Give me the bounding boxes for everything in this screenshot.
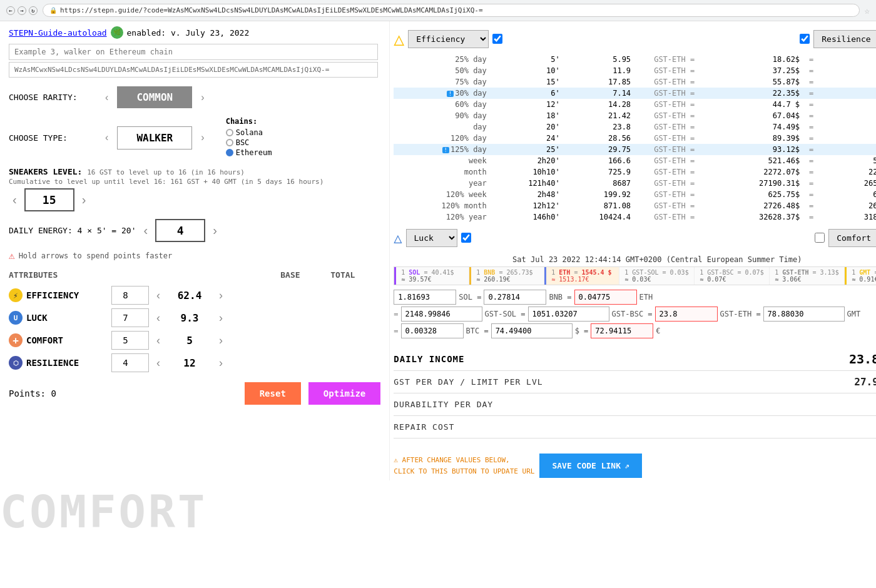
ticker-gst-bsc: 1 GST-BSC = 0.07$ ≈ 0.07€ [695, 267, 770, 285]
gst-per-day-row: GST PER DAY / LIMIT PER LVL 27.96 / 110 [394, 376, 876, 388]
ticker-sol: 1 SOL = 40.41$ ≈ 39.57€ [394, 267, 469, 285]
bookmark-icon[interactable]: ☆ [865, 6, 870, 16]
rarity-section: CHOOSE RARITY: ‹ COMMON › [9, 86, 380, 108]
reset-button[interactable]: Reset [245, 382, 301, 405]
eth-label: ETH [639, 293, 653, 302]
datetime-display: Sat Jul 23 2022 12:44:14 GMT+0200 (Centr… [394, 253, 876, 266]
luck-next-button[interactable]: › [215, 310, 227, 326]
table-row: !30% day 6' 7.14 GST-ETH = 22.35$ = 21.8… [394, 88, 876, 99]
chain-solana-label: Solana [236, 128, 263, 137]
example-input[interactable] [9, 44, 378, 60]
level-prev-button[interactable]: ‹ [9, 191, 21, 208]
type-next-button[interactable]: › [197, 131, 208, 144]
efficiency-next-button[interactable]: › [215, 288, 227, 303]
nav-icons: ← → ↻ [6, 6, 38, 15]
income-section: DAILY INCOME 23.8 G GST GST PER DAY / LI… [394, 343, 876, 447]
external-link-icon: ⇗ [624, 461, 629, 470]
autoload-link[interactable]: STEPN-Guide-autoload [9, 28, 107, 38]
enabled-text: enabled: v. July 23, 2022 [127, 28, 250, 38]
back-icon[interactable]: ← [6, 6, 15, 15]
table-row: 120% week 2h48' 199.92 GST-ETH = 625.75$… [394, 189, 876, 200]
luck-warning-icon: △ [394, 230, 402, 246]
comfort-icon: + [9, 333, 23, 347]
comfort-checkbox-right[interactable] [815, 233, 825, 243]
optimize-button[interactable]: Optimize [308, 382, 380, 405]
type-value: WALKER [117, 126, 192, 150]
sol-to-eth[interactable] [484, 290, 546, 305]
code-input[interactable] [9, 62, 378, 78]
durability-row: DURABILITY PER DAY 8 [394, 398, 876, 410]
chain-ethereum-label: Ethereum [236, 148, 272, 157]
repair-row: REPAIR COST 4.16 [394, 421, 876, 433]
rarity-next-button[interactable]: › [197, 91, 208, 104]
efficiency-name: EFFICIENCY [26, 290, 108, 300]
chain-solana[interactable]: Solana [226, 128, 272, 137]
gst-bsc-input[interactable] [655, 307, 718, 322]
right-controls-bottom: △ Luck Comfort 🔒 [394, 226, 876, 249]
base-header: BASE [280, 270, 330, 280]
btc-input[interactable] [401, 323, 464, 338]
luck-icon: U [9, 311, 23, 325]
gst-sol-input[interactable] [528, 307, 609, 322]
usd-input[interactable] [491, 323, 573, 338]
security-icon: 🔒 [49, 7, 57, 14]
chains-section: Chains: Solana BSC Ethereum [226, 117, 272, 158]
resilience-next-button[interactable]: › [215, 355, 227, 371]
table-row: year 121h40' 8687 GST-ETH = 27190.31$ = … [394, 178, 876, 189]
gst-eth-input[interactable] [763, 307, 845, 322]
luck-total: 9.3 [168, 312, 211, 324]
chain-bsc[interactable]: BSC [226, 138, 272, 147]
comfort-prev-button[interactable]: ‹ [153, 333, 164, 348]
efficiency-checkbox[interactable] [492, 34, 502, 44]
refresh-icon[interactable]: ↻ [29, 6, 38, 15]
table-row: !125% day 25' 29.75 GST-ETH = 93.12$ = 9… [394, 144, 876, 155]
efficiency-row: ⚡ EFFICIENCY ‹ 62.4 › [9, 286, 380, 305]
efficiency-dropdown[interactable]: Efficiency [408, 30, 489, 48]
level-section: SNEAKERS LEVEL: 16 GST to level up to 16… [9, 167, 380, 211]
comfort-base-input[interactable] [111, 331, 149, 350]
gst-total-input[interactable] [401, 307, 482, 322]
income-label: DAILY INCOME [394, 354, 464, 364]
chain-bsc-radio[interactable] [226, 139, 233, 146]
chain-solana-radio[interactable] [226, 129, 233, 136]
eth-input[interactable] [574, 290, 637, 305]
ticker-eth: 1 ETH = 1545.4 $ ≈ 1513.17€ [544, 267, 619, 285]
chains-label: Chains: [226, 117, 272, 126]
conversion-section: SOL = BNB = ETH = GST-SOL = GST-BSC = GS… [394, 285, 876, 343]
energy-prev-button[interactable]: ‹ [140, 222, 152, 239]
gst-per-day-label: GST PER DAY / LIMIT PER LVL [394, 377, 542, 387]
autoload-icon: 🌿 [111, 26, 123, 39]
price-ticker: 1 SOL = 40.41$ ≈ 39.57€ 1 BNB = 265.73$ … [394, 266, 876, 285]
level-value: 15 [24, 188, 74, 211]
table-row: 60% day 12' 14.28 GST-ETH = 44.7 $ = 43.… [394, 99, 876, 110]
forward-icon[interactable]: → [18, 6, 26, 15]
euro-input[interactable] [591, 323, 653, 338]
type-prev-button[interactable]: ‹ [101, 131, 112, 144]
level-next-button[interactable]: › [78, 191, 90, 208]
table-row: 25% day 5' 5.95 GST-ETH = 18.62$ = 18.21… [394, 54, 876, 65]
type-label: CHOOSE TYPE: [9, 133, 96, 143]
sol-input[interactable] [394, 290, 456, 305]
efficiency-prev-button[interactable]: ‹ [153, 288, 164, 303]
resilience-dropdown[interactable]: Resilience [813, 30, 876, 48]
rarity-prev-button[interactable]: ‹ [101, 91, 112, 104]
income-value: 23.8 G GST [849, 352, 876, 367]
table-row: 120% day 24' 28.56 GST-ETH = 89.39$ = 87… [394, 133, 876, 144]
luck-dropdown[interactable]: Luck [406, 229, 457, 247]
resilience-prev-button[interactable]: ‹ [153, 355, 164, 371]
comfort-next-button[interactable]: › [215, 333, 227, 348]
resilience-base-input[interactable] [111, 353, 149, 372]
resilience-checkbox[interactable] [800, 34, 810, 44]
comfort-dropdown[interactable]: Comfort [828, 229, 876, 247]
chain-ethereum-radio[interactable] [226, 149, 233, 156]
save-section: ⚠ AFTER CHANGE VALUES BELOW, CLICK TO TH… [394, 454, 876, 478]
luck-checkbox[interactable] [461, 233, 471, 243]
luck-base-input[interactable] [111, 308, 149, 327]
energy-next-button[interactable]: › [209, 222, 221, 239]
luck-prev-button[interactable]: ‹ [153, 310, 164, 326]
efficiency-base-input[interactable] [111, 286, 149, 305]
browser-url-bar[interactable]: 🔒 https://stepn.guide/?code=WzAsMCwxNSw4… [43, 4, 860, 17]
save-code-button[interactable]: SAVE CODE LINK ⇗ [539, 454, 641, 478]
comfort-total: 5 [168, 335, 211, 347]
chain-ethereum[interactable]: Ethereum [226, 148, 272, 157]
